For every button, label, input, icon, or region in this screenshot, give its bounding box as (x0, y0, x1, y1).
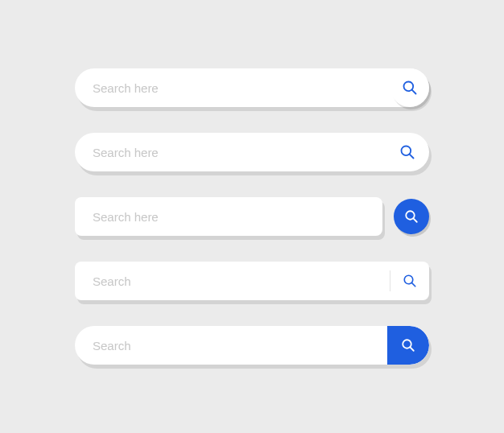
search-input[interactable] (75, 326, 387, 365)
svg-line-5 (413, 218, 416, 221)
search-input-box (75, 197, 382, 236)
search-bar-rect-divider (75, 262, 429, 300)
search-input[interactable] (75, 68, 390, 107)
search-button[interactable] (394, 199, 429, 234)
search-input[interactable] (75, 262, 390, 300)
search-button[interactable] (390, 262, 429, 300)
search-icon (404, 209, 419, 224)
search-icon (402, 80, 418, 96)
search-input[interactable] (75, 197, 382, 236)
search-button[interactable] (387, 326, 429, 365)
search-bar-rect-detached (75, 197, 429, 236)
search-bar-pill-plain (75, 133, 429, 171)
search-bar-pill-circle (75, 68, 429, 107)
svg-line-1 (412, 90, 416, 94)
search-input[interactable] (75, 133, 390, 171)
svg-line-9 (410, 347, 413, 350)
svg-line-7 (411, 282, 415, 286)
svg-line-3 (410, 155, 414, 159)
search-button[interactable] (390, 133, 429, 171)
search-icon (403, 274, 417, 288)
search-icon (399, 144, 415, 160)
search-button[interactable] (390, 68, 429, 107)
search-bar-pill-attached (75, 326, 429, 365)
search-icon (401, 338, 415, 353)
